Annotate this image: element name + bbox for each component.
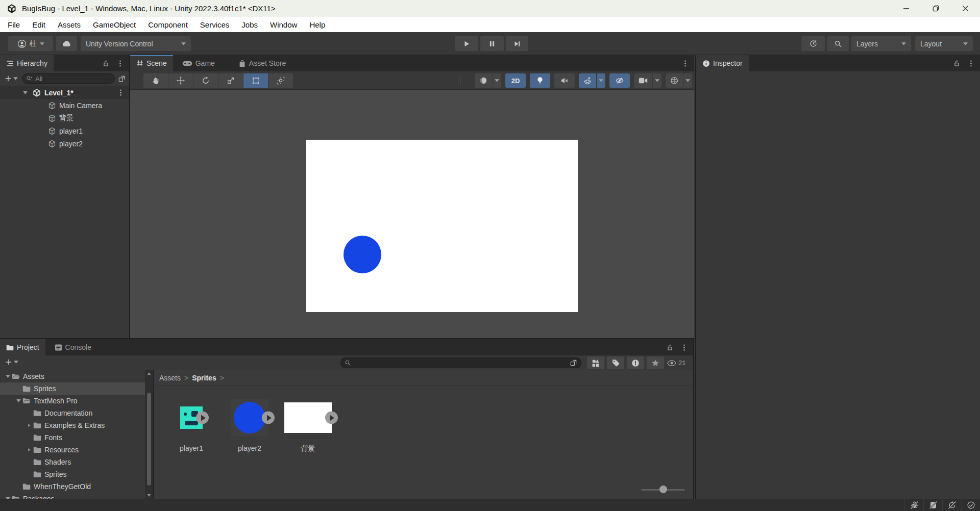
move-tool-button[interactable] <box>168 73 193 88</box>
asset-expand-arrow[interactable] <box>196 412 209 424</box>
project-tree-item-assets[interactable]: Assets <box>0 370 145 382</box>
status-refresh-slash-button[interactable] <box>942 499 961 511</box>
project-tree-item-sprites[interactable]: Sprites <box>0 468 145 480</box>
pause-button[interactable] <box>480 36 504 51</box>
asset-expand-arrow[interactable] <box>325 412 338 424</box>
restore-button[interactable] <box>921 0 950 17</box>
transform-tool-button[interactable] <box>268 73 293 88</box>
breadcrumb-root[interactable]: Assets <box>159 374 181 382</box>
kebab-menu-icon[interactable] <box>681 60 689 67</box>
project-tree-item-whentheygetold[interactable]: WhenTheyGetOld <box>0 480 145 493</box>
create-object-button[interactable] <box>4 75 19 82</box>
menu-jobs[interactable]: Jobs <box>235 17 264 32</box>
audio-toggle-button[interactable] <box>554 73 575 88</box>
project-tree-item-shaders[interactable]: Shaders <box>0 456 145 468</box>
minimize-button[interactable] <box>891 0 921 17</box>
layers-dropdown[interactable]: Layers <box>851 36 911 51</box>
gizmos-dropdown[interactable] <box>683 73 692 88</box>
menu-component[interactable]: Component <box>142 17 194 32</box>
menu-services[interactable]: Services <box>194 17 236 32</box>
layout-dropdown[interactable]: Layout <box>915 36 973 51</box>
status-check-button[interactable] <box>961 499 980 511</box>
tab-game[interactable]: Game <box>176 55 221 71</box>
popout-icon[interactable] <box>118 75 126 83</box>
tab-inspector[interactable]: Inspector <box>696 55 749 71</box>
hidden-count-indicator[interactable]: 21 <box>667 356 685 369</box>
asset-player1[interactable]: player1 <box>167 386 216 453</box>
camera-settings-dropdown[interactable] <box>653 73 662 88</box>
scene-viewport[interactable] <box>130 90 694 338</box>
lock-icon[interactable] <box>953 60 961 67</box>
play-button[interactable] <box>455 36 478 51</box>
breadcrumb-current[interactable]: Sprites <box>192 374 216 382</box>
status-bug-slash-button[interactable] <box>904 499 923 511</box>
importance-filter-button[interactable] <box>627 356 644 369</box>
search-by-label-button[interactable] <box>607 356 624 369</box>
kebab-menu-icon[interactable] <box>680 344 688 351</box>
popout-icon[interactable] <box>570 359 577 367</box>
project-tree-item-packages[interactable]: Packages <box>0 493 145 499</box>
hierarchy-item-player2[interactable]: player2 <box>0 137 129 150</box>
project-tree-item-resources[interactable]: Resources <box>0 444 145 456</box>
scene-background-sprite[interactable] <box>306 140 578 312</box>
menu-window[interactable]: Window <box>264 17 303 32</box>
asset-player2[interactable]: player2 <box>225 386 274 453</box>
scroll-up-button[interactable] <box>145 370 153 377</box>
project-tree-scrollbar[interactable] <box>145 370 153 499</box>
hierarchy-item-main-camera[interactable]: Main Camera <box>0 99 129 112</box>
project-tree-item-fonts[interactable]: Fonts <box>0 431 145 444</box>
2d-toggle-button[interactable]: 2D <box>505 73 526 88</box>
tri-down-icon[interactable] <box>4 374 12 379</box>
account-button[interactable]: 杜 <box>8 36 53 51</box>
cloud-button[interactable] <box>56 36 77 51</box>
hierarchy-scene-row[interactable]: Level_1* <box>0 86 129 99</box>
toolbar-drag-handle[interactable] <box>458 76 460 85</box>
slider-knob[interactable] <box>659 486 667 493</box>
shading-mode-dropdown[interactable] <box>493 73 501 88</box>
status-db-slash-button[interactable] <box>923 499 942 511</box>
scrollbar-thumb[interactable] <box>147 393 151 486</box>
menu-assets[interactable]: Assets <box>52 17 87 32</box>
scene-player2-sprite[interactable] <box>344 236 381 273</box>
close-button[interactable] <box>950 0 980 17</box>
tab-asset-store[interactable]: Asset Store <box>232 55 292 71</box>
hand-tool-button[interactable] <box>143 73 168 88</box>
kebab-menu-icon[interactable] <box>117 89 125 96</box>
menu-help[interactable]: Help <box>303 17 331 32</box>
asset-2[interactable]: 背景 <box>283 386 332 453</box>
tab-hierarchy[interactable]: Hierarchy <box>0 55 54 71</box>
version-control-dropdown[interactable]: Unity Version Control <box>81 36 191 51</box>
camera-settings-button[interactable] <box>634 73 652 88</box>
step-button[interactable] <box>506 36 528 51</box>
search-by-type-button[interactable] <box>587 356 604 369</box>
project-tree-item-sprites[interactable]: Sprites <box>0 382 145 395</box>
lighting-toggle-button[interactable] <box>530 73 550 88</box>
hierarchy-item-player1[interactable]: player1 <box>0 124 129 137</box>
lock-icon[interactable] <box>102 60 110 67</box>
shading-mode-button[interactable] <box>475 73 492 88</box>
project-tree-item-textmesh-pro[interactable]: TextMesh Pro <box>0 395 145 407</box>
project-search-input[interactable] <box>340 357 581 368</box>
hierarchy-item-1[interactable]: 背景 <box>0 112 129 124</box>
asset-expand-arrow[interactable] <box>262 412 275 424</box>
hidden-objects-toggle-button[interactable] <box>609 73 630 88</box>
project-tree-item-examples-extras[interactable]: Examples & Extras <box>0 419 145 431</box>
gizmos-button[interactable] <box>666 73 683 88</box>
favorites-button[interactable] <box>647 356 664 369</box>
tri-right-icon[interactable] <box>26 423 33 428</box>
hierarchy-search-input[interactable]: All <box>22 73 115 84</box>
tri-right-icon[interactable] <box>26 447 33 452</box>
kebab-menu-icon[interactable] <box>967 60 975 67</box>
thumbnail-size-slider[interactable] <box>641 486 685 494</box>
menu-edit[interactable]: Edit <box>26 17 52 32</box>
kebab-menu-icon[interactable] <box>116 60 124 67</box>
tab-project[interactable]: Project <box>0 339 45 355</box>
undo-history-button[interactable] <box>801 36 825 51</box>
scale-tool-button[interactable] <box>218 73 243 88</box>
effects-dropdown[interactable] <box>597 73 605 88</box>
menu-gameobject[interactable]: GameObject <box>87 17 142 32</box>
project-tree-item-documentation[interactable]: Documentation <box>0 407 145 419</box>
menu-file[interactable]: File <box>2 17 26 32</box>
search-button[interactable] <box>827 36 849 51</box>
rect-tool-button[interactable] <box>243 73 268 88</box>
